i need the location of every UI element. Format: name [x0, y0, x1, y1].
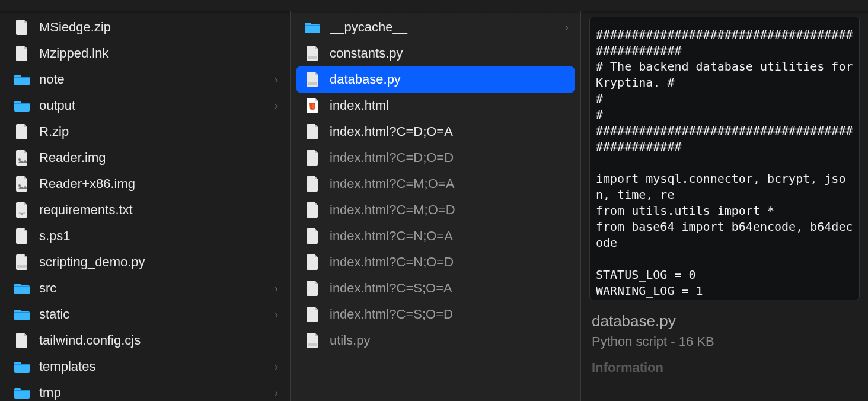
file-item[interactable]: tailwind.config.cjs [6, 327, 284, 354]
file-icon [15, 254, 28, 270]
folder-item[interactable]: note› [6, 66, 284, 93]
item-label: static [39, 307, 271, 322]
file-icon: TXT [15, 202, 28, 218]
file-icon [306, 202, 319, 218]
file-metadata: database.py Python script - 16 KB Inform… [581, 300, 868, 375]
item-label: constants.py [330, 46, 569, 61]
file-img-icon [14, 176, 30, 192]
folder-item[interactable]: tmp› [6, 380, 284, 401]
file-item[interactable]: TXT requirements.txt [6, 197, 284, 223]
folder-item[interactable]: static› [6, 301, 284, 327]
file-icon [306, 46, 319, 61]
file-item[interactable]: R.zip [6, 119, 284, 145]
file-item[interactable]: index.html?C=S;O=D [296, 301, 575, 327]
file-generic-icon [14, 20, 30, 35]
file-python-icon [14, 254, 30, 270]
svg-rect-6 [308, 343, 317, 346]
folder-icon [305, 21, 320, 34]
file-item[interactable]: MSiedge.zip [6, 14, 284, 40]
file-icon [15, 176, 28, 192]
svg-rect-3 [17, 265, 27, 268]
file-img-icon [14, 150, 30, 166]
file-generic-icon [305, 254, 320, 270]
item-label: index.html?C=N;O=A [330, 228, 569, 244]
file-preview: ########################################… [589, 17, 860, 300]
item-label: index.html?C=D;O=D [330, 150, 569, 166]
item-label: src [39, 281, 271, 296]
file-list-2: __pycache__› constants.py database.py in… [291, 11, 580, 357]
svg-point-0 [18, 158, 21, 161]
item-label: MSiedge.zip [39, 20, 278, 35]
file-item[interactable]: index.html?C=M;O=A [296, 171, 575, 197]
file-item[interactable]: Reader+x86.img [6, 171, 284, 197]
file-item[interactable]: scripting_demo.py [6, 249, 284, 275]
file-icon [306, 254, 319, 270]
item-label: note [39, 72, 271, 87]
svg-point-1 [18, 184, 21, 187]
file-icon [15, 228, 28, 244]
file-item[interactable]: index.html?C=D;O=D [296, 145, 575, 171]
file-icon [15, 20, 28, 35]
information-header: Information [592, 360, 857, 375]
file-item[interactable]: utils.py [296, 327, 575, 354]
file-item[interactable]: index.html?C=N;O=A [296, 223, 575, 249]
file-item[interactable]: index.html?C=N;O=D [296, 249, 575, 275]
file-generic-icon [305, 307, 320, 322]
file-item[interactable]: index.html?C=M;O=D [296, 197, 575, 223]
file-icon [306, 307, 319, 322]
file-icon [15, 333, 28, 348]
folder-item[interactable]: __pycache__› [296, 14, 575, 40]
top-shadow [0, 11, 290, 14]
preview-filetype: Python script - 16 KB [592, 334, 857, 349]
file-generic-icon [305, 176, 320, 192]
item-label: index.html [330, 98, 569, 113]
column-1: MSiedge.zip Mzipped.lnk note› output› R.… [0, 11, 291, 401]
svg-rect-4 [308, 56, 317, 59]
file-icon [15, 46, 28, 61]
item-label: index.html?C=N;O=D [330, 254, 569, 270]
file-icon [15, 124, 28, 139]
file-item[interactable]: database.py [296, 66, 575, 93]
chevron-right-icon: › [275, 100, 278, 112]
file-txt-icon: TXT [14, 202, 30, 218]
file-item[interactable]: s.ps1 [6, 223, 284, 249]
file-generic-icon [305, 202, 320, 218]
file-generic-icon [305, 150, 320, 166]
file-list-1: MSiedge.zip Mzipped.lnk note› output› R.… [0, 11, 290, 401]
top-shadow [291, 11, 580, 14]
svg-text:TXT: TXT [19, 212, 25, 216]
folder-icon [14, 385, 30, 400]
file-item[interactable]: Reader.img [6, 145, 284, 171]
chevron-right-icon: › [275, 74, 278, 86]
file-item[interactable]: Mzipped.lnk [6, 40, 284, 66]
folder-icon [14, 73, 30, 86]
file-generic-icon [305, 281, 320, 296]
item-label: database.py [330, 72, 569, 87]
item-label: tmp [39, 385, 271, 400]
file-icon [306, 228, 319, 244]
preview-filename: database.py [592, 312, 857, 330]
folder-icon [14, 386, 30, 399]
folder-item[interactable]: templates› [6, 354, 284, 380]
file-item[interactable]: constants.py [296, 40, 575, 66]
file-generic-icon [305, 228, 320, 244]
folder-icon [14, 282, 30, 295]
item-label: s.ps1 [39, 228, 278, 244]
folder-icon [305, 20, 320, 35]
file-icon [15, 150, 28, 166]
file-item[interactable]: index.html?C=D;O=A [296, 119, 575, 145]
chevron-right-icon: › [275, 282, 278, 295]
item-label: Reader.img [39, 150, 278, 166]
folder-icon [14, 360, 30, 373]
item-label: index.html?C=S;O=D [330, 307, 569, 322]
item-label: Mzipped.lnk [39, 46, 278, 61]
folder-item[interactable]: src› [6, 275, 284, 301]
file-item[interactable]: index.html [296, 93, 575, 119]
item-label: R.zip [39, 124, 278, 139]
folder-icon [14, 308, 30, 321]
file-icon [306, 281, 319, 296]
file-item[interactable]: index.html?C=S;O=A [296, 275, 575, 301]
folder-item[interactable]: output› [6, 93, 284, 119]
file-generic-icon [305, 124, 320, 139]
folder-icon [14, 98, 30, 113]
